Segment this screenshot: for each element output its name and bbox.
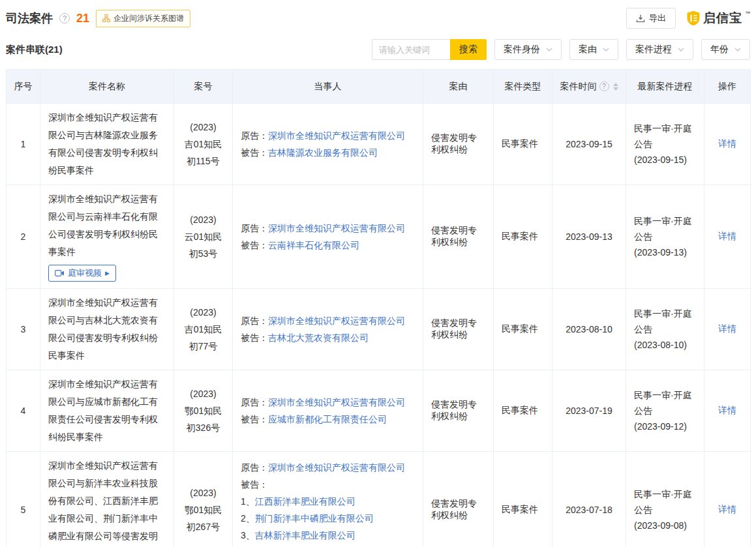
case-number: (2023) 云01知民 初53号 [174,185,233,289]
brand-logo: 启信宝 ™ [686,10,750,26]
plaintiff-link[interactable]: 深圳市全维知识产权运营有限公司 [268,316,405,326]
detail-link[interactable]: 详情 [718,323,736,334]
case-date: 2023-07-18 [552,452,626,547]
filter-label: 年份 [710,44,729,55]
case-cause: 侵害发明专利权纠纷 [423,370,494,452]
help-icon[interactable]: ? [599,81,609,91]
plaintiff-link[interactable]: 深圳市全维知识产权运营有限公司 [268,462,405,473]
plaintiff-label: 原告： [241,462,268,473]
filter-case-role[interactable]: 案件身份 [494,39,562,60]
filter-label: 案件进程 [635,44,672,55]
top-bar: 司法案件 ? 21 企业间涉诉关系图谱 导出 [6,8,750,29]
header-index: 序号 [7,70,40,104]
case-name: 深圳市全维知识产权运营有限公司与云南祥丰石化有限公司侵害发明专利权纠纷民事案件 [48,190,166,261]
section-title: 案件串联(21) [6,44,63,56]
case-date: 2023-08-10 [552,289,626,370]
case-date: 2023-09-15 [552,104,626,185]
case-number: (2023) 鄂01知民 初267号 [174,452,233,547]
defendant-label: 被告： [241,147,268,158]
detail-link[interactable]: 详情 [718,504,736,514]
case-progress: 民事一审·开庭公告 (2023-09-15) [626,104,704,185]
trademark-mark: ™ [745,10,750,17]
case-name: 深圳市全维知识产权运营有限公司与应城市新都化工有限责任公司侵害发明专利权纠纷民事… [40,370,174,452]
parties-cell: 原告：深圳市全维知识产权运营有限公司 被告：吉林隆源农业服务有限公司 [233,104,423,185]
brand-name: 启信宝 [703,10,742,26]
search-input[interactable] [372,39,450,60]
defendant-link[interactable]: 吉林新洋丰肥业有限公司 [255,530,355,540]
export-button[interactable]: 导出 [626,8,676,29]
header-cause: 案由 [423,70,494,104]
defendant-link[interactable]: 荆门新洋丰中磷肥业有限公司 [255,513,374,524]
case-name-cell: 深圳市全维知识产权运营有限公司与云南祥丰石化有限公司侵害发明专利权纠纷民事案件 … [40,185,174,289]
detail-link[interactable]: 详情 [718,231,736,241]
case-progress: 民事一审·开庭公告 (2023-09-08) [626,452,704,547]
defendant-label: 被告： [241,240,268,250]
row-index: 5 [7,452,40,547]
case-name: 深圳市全维知识产权运营有限公司与新洋丰农业科技股份有限公司、江西新洋丰肥业有限公… [40,452,174,547]
case-number: (2023) 吉01知民 初115号 [174,104,233,185]
judicial-cases-page: 司法案件 ? 21 企业间涉诉关系图谱 导出 [0,0,756,547]
badge-label: 企业间涉诉关系图谱 [113,13,184,24]
filter-cause[interactable]: 案由 [569,39,618,60]
plaintiff-link[interactable]: 深圳市全维知识产权运营有限公司 [268,223,405,233]
sort-icon[interactable] [613,83,618,91]
case-progress: 民事一审·开庭公告 (2023-09-13) [626,185,704,289]
defendant-link[interactable]: 应城市新都化工有限责任公司 [268,414,387,424]
cases-table: 序号 案件名称 案号 当事人 案由 案件类型 案件时间 ? 最新案件进程 操作 [6,69,751,547]
defendant-link[interactable]: 云南祥丰石化有限公司 [268,240,359,250]
filter-label: 案件身份 [504,44,540,55]
case-name: 深圳市全维知识产权运营有限公司与吉林隆源农业服务有限公司侵害发明专利权纠纷民事案… [40,104,174,185]
chevron-down-icon [546,48,552,52]
help-icon[interactable]: ? [59,13,70,23]
export-label: 导出 [649,12,666,24]
plaintiff-label: 原告： [241,223,268,233]
header-parties: 当事人 [233,70,423,104]
header-latest-progress: 最新案件进程 [626,70,704,104]
filter-case-progress[interactable]: 案件进程 [626,39,693,60]
table-row: 2 深圳市全维知识产权运营有限公司与云南祥丰石化有限公司侵害发明专利权纠纷民事案… [7,185,751,289]
chevron-down-icon [678,48,684,52]
row-index: 4 [7,370,40,452]
chevron-down-icon [603,48,609,52]
parties-cell: 原告：深圳市全维知识产权运营有限公司 被告： 1、江西新洋丰肥业有限公司 2、荆… [233,452,423,547]
table-row: 3 深圳市全维知识产权运营有限公司与吉林北大荒农资有限公司侵害发明专利权纠纷民事… [7,289,751,370]
case-progress: 民事一审·开庭公告 (2023-08-10) [626,289,704,370]
case-name: 深圳市全维知识产权运营有限公司与吉林北大荒农资有限公司侵害发明专利权纠纷民事案件 [40,289,174,370]
case-type: 民事案件 [494,370,552,452]
case-cause: 侵害发明专利权纠纷 [423,452,494,547]
org-chart-icon [102,14,110,22]
case-date: 2023-09-13 [552,185,626,289]
row-index: 1 [7,104,40,185]
search-button[interactable]: 搜索 [450,39,487,60]
plaintiff-link[interactable]: 深圳市全维知识产权运营有限公司 [268,130,405,141]
chevron-down-icon [734,48,741,52]
trial-video-button[interactable]: 庭审视频 ▶ [48,265,116,282]
filter-year[interactable]: 年份 [701,39,750,60]
page-title: 司法案件 [6,10,53,26]
plaintiff-label: 原告： [241,130,268,141]
defendant-link[interactable]: 吉林北大荒农资有限公司 [268,333,369,343]
table-header-row: 序号 案件名称 案号 当事人 案由 案件类型 案件时间 ? 最新案件进程 操作 [7,70,751,104]
detail-link[interactable]: 详情 [718,138,736,149]
plaintiff-link[interactable]: 深圳市全维知识产权运营有限公司 [268,397,405,407]
defendant-link[interactable]: 江西新洋丰肥业有限公司 [255,496,355,507]
case-type: 民事案件 [494,289,552,370]
case-date: 2023-07-19 [552,370,626,452]
defendant-link[interactable]: 吉林隆源农业服务有限公司 [268,147,378,158]
litigation-graph-badge[interactable]: 企业间涉诉关系图谱 [96,10,190,27]
header-case-type: 案件类型 [494,70,552,104]
detail-link[interactable]: 详情 [718,405,736,415]
case-cause: 侵害发明专利权纠纷 [423,289,494,370]
parties-cell: 原告：深圳市全维知识产权运营有限公司 被告：应城市新都化工有限责任公司 [233,370,423,452]
defendant-label: 被告： [241,479,268,490]
trial-video-label: 庭审视频 [68,267,102,279]
filter-toolbar: 案件串联(21) 搜索 案件身份 案由 案件进程 [6,39,750,60]
table-row: 5 深圳市全维知识产权运营有限公司与新洋丰农业科技股份有限公司、江西新洋丰肥业有… [7,452,751,547]
download-icon [636,14,645,23]
plaintiff-label: 原告： [241,316,268,326]
shield-logo-icon [686,10,701,26]
case-number: (2023) 鄂01知民 初326号 [174,370,233,452]
table-row: 1 深圳市全维知识产权运营有限公司与吉林隆源农业服务有限公司侵害发明专利权纠纷民… [7,104,751,185]
case-type: 民事案件 [494,185,552,289]
header-case-number: 案号 [174,70,233,104]
